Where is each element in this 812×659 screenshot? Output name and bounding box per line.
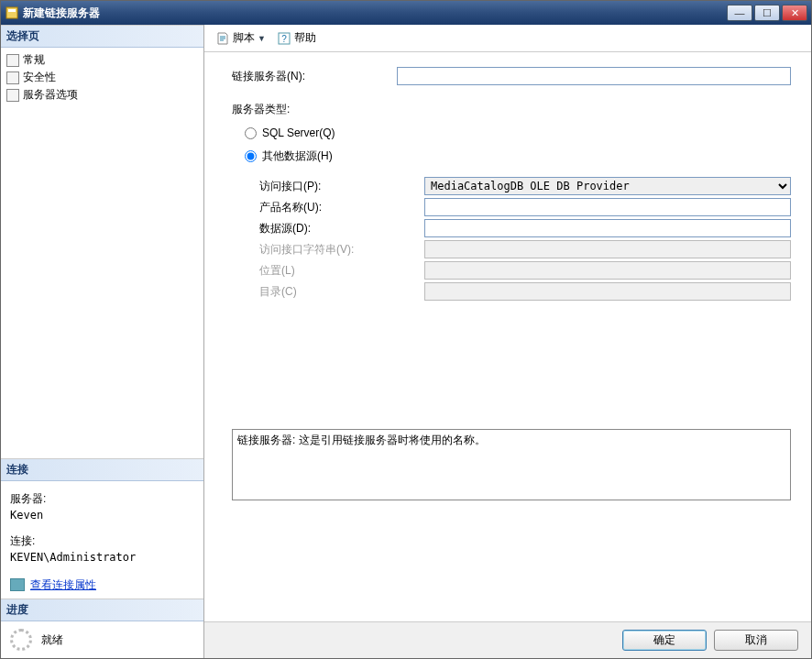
server-type-group: SQL Server(Q) 其他数据源(H) — [245, 126, 791, 164]
row-linked-server: 链接服务器(N): — [232, 67, 791, 85]
provider-select[interactable]: MediaCatalogDB OLE DB Provider — [424, 177, 791, 195]
sidebar: 选择页 常规 安全性 服务器选项 连接 服务器: Keven 连接: KEVEN… — [1, 25, 204, 658]
select-page-header: 选择页 — [1, 25, 203, 48]
svg-rect-0 — [6, 7, 17, 18]
radio-sql-server[interactable]: SQL Server(Q) — [245, 126, 791, 139]
radio-sql-input[interactable] — [245, 127, 257, 139]
page-label: 安全性 — [23, 70, 56, 85]
progress-header: 进度 — [1, 599, 203, 621]
product-input[interactable] — [424, 198, 791, 216]
cancel-button[interactable]: 取消 — [714, 630, 798, 651]
radio-other-label: 其他数据源(H) — [262, 148, 333, 164]
catalog-label: 目录(C) — [259, 284, 424, 300]
dialog-footer: 确定 取消 — [204, 621, 811, 658]
location-label: 位置(L) — [259, 263, 424, 279]
maximize-button[interactable]: ☐ — [754, 5, 780, 21]
provider-label: 访问接口(P): — [259, 179, 424, 194]
server-value: Keven — [10, 507, 194, 523]
row-catalog: 目录(C) — [259, 282, 791, 301]
script-label: 脚本 — [233, 30, 255, 46]
datasource-input[interactable] — [424, 219, 791, 237]
ok-button[interactable]: 确定 — [622, 630, 707, 651]
window-title: 新建链接服务器 — [23, 5, 727, 21]
script-button[interactable]: 脚本 ▼ — [212, 28, 269, 48]
page-tree: 常规 安全性 服务器选项 — [1, 48, 203, 107]
toolbar: 脚本 ▼ ? 帮助 — [204, 25, 811, 52]
page-label: 常规 — [23, 52, 45, 68]
page-server-options[interactable]: 服务器选项 — [6, 86, 198, 104]
row-provstr: 访问接口字符串(V): — [259, 240, 791, 258]
row-location: 位置(L) — [259, 261, 791, 280]
server-label: 服务器: — [10, 490, 194, 507]
page-general[interactable]: 常规 — [6, 51, 198, 69]
chevron-down-icon: ▼ — [258, 34, 266, 43]
row-provider: 访问接口(P): MediaCatalogDB OLE DB Provider — [259, 177, 791, 195]
connection-header: 连接 — [1, 458, 203, 481]
conn-value: KEVEN\Administrator — [10, 549, 194, 566]
location-input — [424, 261, 791, 280]
provstr-label: 访问接口字符串(V): — [259, 242, 424, 258]
linked-server-input[interactable] — [397, 67, 791, 85]
titlebar[interactable]: 新建链接服务器 — ☐ ✕ — [1, 1, 811, 25]
help-icon: ? — [277, 31, 291, 46]
page-label: 服务器选项 — [23, 87, 78, 103]
help-button[interactable]: ? 帮助 — [273, 28, 320, 48]
radio-other-source[interactable]: 其他数据源(H) — [245, 148, 791, 164]
datasource-label: 数据源(D): — [259, 221, 424, 236]
view-props-link[interactable]: 查看连接属性 — [30, 577, 96, 593]
script-icon — [215, 31, 230, 46]
main-panel: 脚本 ▼ ? 帮助 链接服务器(N): 服务器类型: — [204, 25, 811, 658]
page-security[interactable]: 安全性 — [6, 69, 198, 86]
close-button[interactable]: ✕ — [782, 5, 807, 21]
row-product: 产品名称(U): — [259, 198, 791, 216]
view-connection-props[interactable]: 查看连接属性 — [10, 577, 194, 593]
progress-status: 就绪 — [41, 632, 63, 648]
svg-rect-1 — [8, 9, 16, 12]
info-text: 链接服务器: 这是引用链接服务器时将使用的名称。 — [237, 434, 486, 446]
app-icon — [5, 5, 19, 20]
progress-section: 就绪 — [1, 621, 203, 658]
page-icon — [6, 71, 19, 84]
dialog-body: 选择页 常规 安全性 服务器选项 连接 服务器: Keven 连接: KEVEN… — [1, 25, 811, 658]
properties-icon — [10, 578, 25, 591]
page-icon — [6, 89, 19, 102]
form-content: 链接服务器(N): 服务器类型: SQL Server(Q) 其他数据源(H) — [204, 52, 811, 621]
connection-info: 服务器: Keven 连接: KEVEN\Administrator 查看连接属… — [1, 481, 203, 599]
dialog-window: 新建链接服务器 — ☐ ✕ 选择页 常规 安全性 服务器选项 连接 服务器: K… — [0, 0, 812, 659]
svg-text:?: ? — [281, 34, 287, 44]
progress-spinner-icon — [10, 629, 32, 651]
minimize-button[interactable]: — — [727, 5, 752, 21]
help-label: 帮助 — [294, 30, 316, 46]
page-icon — [6, 54, 19, 67]
server-type-label: 服务器类型: — [232, 102, 791, 117]
window-controls: — ☐ ✕ — [727, 5, 807, 21]
info-box: 链接服务器: 这是引用链接服务器时将使用的名称。 — [232, 429, 791, 500]
product-label: 产品名称(U): — [259, 200, 424, 215]
linked-server-label: 链接服务器(N): — [232, 69, 397, 84]
radio-sql-label: SQL Server(Q) — [262, 126, 335, 139]
radio-other-input[interactable] — [245, 150, 257, 162]
catalog-input — [424, 282, 791, 301]
other-source-fields: 访问接口(P): MediaCatalogDB OLE DB Provider … — [259, 177, 791, 301]
row-datasource: 数据源(D): — [259, 219, 791, 237]
provstr-input — [424, 240, 791, 258]
conn-label: 连接: — [10, 533, 194, 549]
